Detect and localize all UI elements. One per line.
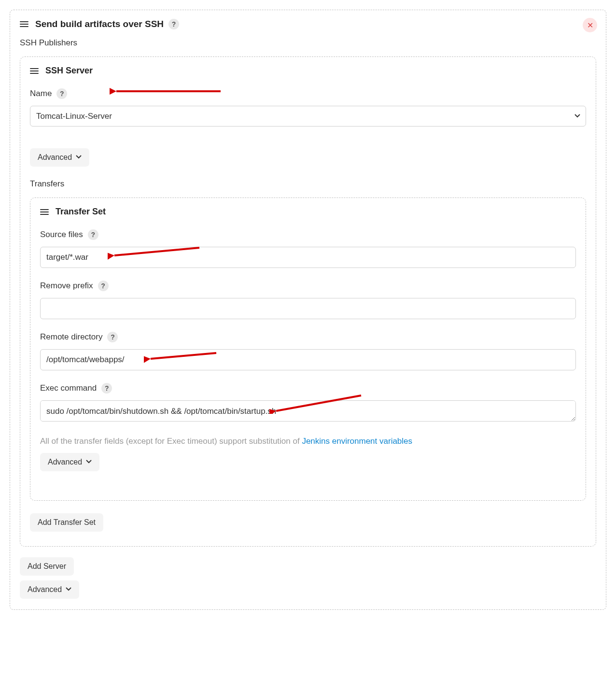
transfer-set-panel: Transfer Set Source files ?	[30, 197, 586, 501]
ssh-publish-panel: Send build artifacts over SSH ? ✕ SSH Pu…	[10, 10, 606, 610]
help-icon[interactable]: ?	[56, 88, 67, 99]
ssh-server-panel: SSH Server Name ? Tomcat-Linux-Server	[20, 56, 596, 547]
transfer-advanced-button[interactable]: Advanced	[40, 453, 99, 471]
server-title: SSH Server	[45, 66, 93, 76]
server-header: SSH Server	[30, 66, 586, 76]
close-icon[interactable]: ✕	[583, 18, 597, 32]
add-transfer-set-button[interactable]: Add Transfer Set	[30, 513, 103, 532]
help-icon[interactable]: ?	[98, 281, 109, 291]
remote-directory-input[interactable]	[40, 349, 576, 370]
advanced-label: Advanced	[48, 458, 82, 466]
transfers-label: Transfers	[30, 179, 586, 189]
chevron-down-icon	[86, 458, 92, 466]
advanced-label: Advanced	[38, 153, 72, 162]
remove-prefix-input[interactable]	[40, 298, 576, 319]
server-advanced-button[interactable]: Advanced	[30, 148, 89, 167]
name-label: Name	[30, 89, 52, 99]
advanced-label: Advanced	[28, 585, 62, 594]
helper-prefix: All of the transfer fields (except for E…	[40, 437, 302, 446]
chevron-down-icon	[66, 585, 71, 594]
drag-handle-icon[interactable]	[30, 67, 39, 75]
helper-text: All of the transfer fields (except for E…	[40, 437, 576, 446]
exec-command-input[interactable]	[40, 400, 576, 422]
drag-handle-icon[interactable]	[40, 208, 49, 216]
transfer-title: Transfer Set	[56, 207, 106, 217]
help-icon[interactable]: ?	[88, 229, 98, 240]
panel-title: Send build artifacts over SSH	[35, 19, 164, 29]
panel-header: Send build artifacts over SSH ? ✕	[20, 19, 596, 29]
chevron-down-icon	[76, 153, 82, 162]
server-name-select[interactable]: Tomcat-Linux-Server	[30, 106, 586, 127]
help-icon[interactable]: ?	[168, 19, 179, 29]
exec-command-label: Exec command	[40, 383, 97, 393]
env-vars-link[interactable]: Jenkins environment variables	[302, 437, 412, 446]
remove-prefix-label: Remove prefix	[40, 281, 93, 291]
remote-directory-label: Remote directory	[40, 332, 102, 342]
add-server-button[interactable]: Add Server	[20, 557, 74, 576]
bottom-advanced-button[interactable]: Advanced	[20, 580, 79, 599]
source-files-label: Source files	[40, 230, 83, 240]
publishers-label: SSH Publishers	[20, 38, 596, 48]
source-files-input[interactable]	[40, 247, 576, 268]
help-icon[interactable]: ?	[107, 332, 118, 342]
help-icon[interactable]: ?	[101, 383, 112, 394]
drag-handle-icon[interactable]	[20, 20, 28, 28]
transfer-header: Transfer Set	[40, 207, 576, 217]
